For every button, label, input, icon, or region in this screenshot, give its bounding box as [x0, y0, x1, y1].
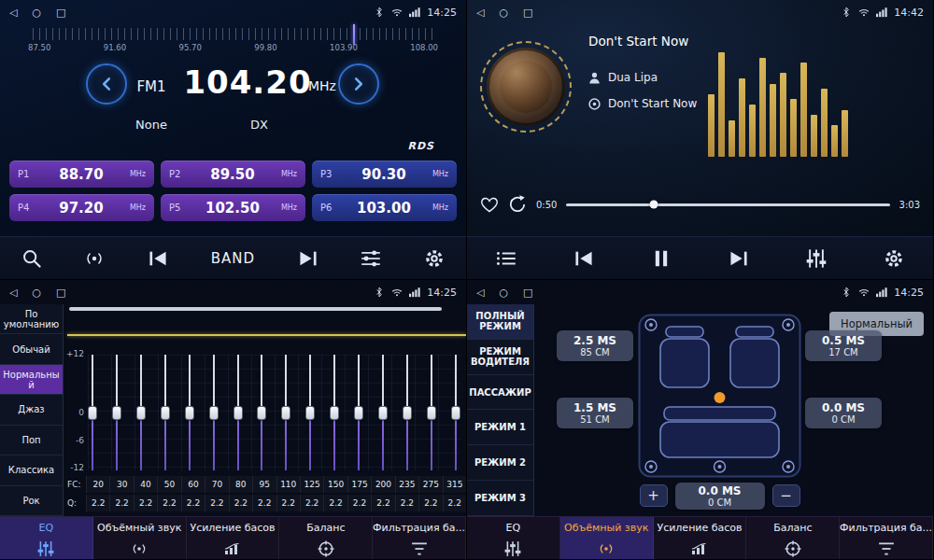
- eq-slider-knob[interactable]: [136, 406, 146, 420]
- eq-slider-knob[interactable]: [234, 406, 243, 420]
- mode-2[interactable]: РЕЖИМ 2: [467, 445, 533, 481]
- nav-home-icon[interactable]: ○: [499, 287, 508, 299]
- eq-slider-knob[interactable]: [112, 406, 121, 420]
- mode-passenger[interactable]: ПАССАЖИР: [467, 375, 533, 411]
- tab-surround[interactable]: Объёмный звук: [560, 517, 654, 538]
- rear-right-delay[interactable]: 0.0 MS 0 CM: [805, 398, 882, 428]
- nav-recents-icon[interactable]: □: [523, 7, 532, 19]
- previous-track-icon[interactable]: [573, 248, 594, 269]
- rear-left-delay[interactable]: 1.5 MS 51 CM: [557, 398, 633, 428]
- center-delay[interactable]: 0.0 MS 0 CM: [675, 483, 765, 510]
- eq-slider-knob[interactable]: [281, 406, 290, 420]
- skip-back-icon[interactable]: [148, 248, 168, 269]
- album-art[interactable]: [480, 41, 572, 133]
- radio-stations-icon[interactable]: [84, 248, 105, 269]
- surround-sound-icon[interactable]: [560, 538, 654, 560]
- playlist-icon[interactable]: [496, 248, 517, 269]
- nav-home-icon[interactable]: ○: [499, 7, 508, 19]
- eq-band-slider[interactable]: [209, 355, 219, 470]
- gear-icon[interactable]: [884, 248, 904, 269]
- eq-band-slider[interactable]: [378, 355, 388, 470]
- tab-balance[interactable]: Баланс: [746, 517, 840, 538]
- eq-band-slider[interactable]: [257, 355, 266, 470]
- surround-sound-icon[interactable]: [93, 538, 187, 560]
- eq-preset-classic[interactable]: Классика: [0, 455, 63, 485]
- balance-target-icon[interactable]: [746, 538, 840, 560]
- eq-band-slider[interactable]: [403, 355, 412, 470]
- eq-band-slider[interactable]: [88, 355, 97, 470]
- nav-back-icon[interactable]: ◁: [476, 7, 484, 19]
- tab-eq[interactable]: EQ: [467, 517, 560, 538]
- bass-boost-icon[interactable]: [187, 538, 280, 560]
- mode-3[interactable]: РЕЖИМ 3: [467, 481, 533, 516]
- eq-slider-knob[interactable]: [451, 406, 460, 420]
- eq-slider-knob[interactable]: [305, 406, 315, 420]
- eq-slider-knob[interactable]: [161, 406, 170, 420]
- eq-slider-knob[interactable]: [378, 406, 388, 420]
- tab-surround[interactable]: Объёмный звук: [93, 517, 187, 538]
- mode-full[interactable]: ПОЛНЫЙ РЕЖИМ: [467, 304, 533, 340]
- preset-button-5[interactable]: P5 102.50 MHz: [161, 194, 305, 221]
- dx-mode-label[interactable]: DX: [250, 118, 268, 132]
- tab-filter[interactable]: Фильтрация ба...: [840, 517, 933, 538]
- nav-recents-icon[interactable]: □: [56, 287, 65, 299]
- mode-1[interactable]: РЕЖИМ 1: [467, 410, 533, 445]
- seek-bar[interactable]: [566, 203, 889, 206]
- eq-preset-pop[interactable]: Поп: [0, 426, 63, 455]
- eq-slider-knob[interactable]: [403, 406, 412, 420]
- front-left-delay[interactable]: 2.5 MS 85 CM: [557, 330, 633, 361]
- eq-preset-jazz[interactable]: Джаз: [0, 395, 63, 425]
- preset-button-4[interactable]: P4 97.20 MHz: [9, 194, 154, 221]
- eq-slider-knob[interactable]: [257, 406, 266, 420]
- eq-slider-knob[interactable]: [354, 406, 363, 420]
- preset-button-6[interactable]: P6 103.00 MHz: [312, 194, 457, 221]
- tab-eq[interactable]: EQ: [0, 517, 93, 538]
- gear-icon[interactable]: [424, 248, 445, 269]
- nav-recents-icon[interactable]: □: [56, 7, 65, 19]
- eq-sliders-icon[interactable]: [467, 538, 560, 560]
- favorite-icon[interactable]: [480, 195, 499, 214]
- seek-scan-icon[interactable]: [21, 248, 42, 269]
- front-right-delay[interactable]: 0.5 MS 17 CM: [805, 330, 882, 361]
- eq-band-slider[interactable]: [354, 355, 363, 470]
- eq-preset-normal[interactable]: Нормальный: [0, 365, 63, 395]
- mode-driver[interactable]: РЕЖИМ ВОДИТЕЛЯ: [467, 340, 533, 375]
- eq-slider-knob[interactable]: [88, 406, 97, 420]
- eq-preset-custom[interactable]: Обычай: [0, 334, 63, 364]
- preset-button-1[interactable]: P1 88.70 MHz: [9, 161, 154, 188]
- seek-knob[interactable]: [649, 201, 658, 209]
- eq-band-slider[interactable]: [112, 355, 121, 470]
- crossover-filter-icon[interactable]: [373, 538, 466, 560]
- eq-slider-knob[interactable]: [185, 406, 194, 420]
- eq-band-slider[interactable]: [136, 355, 146, 470]
- balance-target-icon[interactable]: [279, 538, 373, 560]
- eq-band-slider[interactable]: [161, 355, 170, 470]
- tab-filter[interactable]: Фильтрация ба...: [373, 517, 466, 538]
- nav-back-icon[interactable]: ◁: [476, 287, 484, 299]
- eq-band-slider[interactable]: [281, 355, 290, 470]
- tune-up-button[interactable]: [338, 63, 379, 105]
- eq-preset-default[interactable]: По умолчанию: [0, 304, 63, 334]
- nav-home-icon[interactable]: ○: [32, 287, 41, 299]
- eq-band-slider[interactable]: [427, 355, 436, 470]
- eq-sliders-icon[interactable]: [0, 538, 93, 560]
- audio-settings-icon[interactable]: [361, 248, 381, 269]
- crossover-filter-icon[interactable]: [840, 538, 933, 560]
- equalizer-icon[interactable]: [806, 248, 827, 269]
- tab-bass-boost[interactable]: Усиление басов: [654, 517, 747, 538]
- delay-increase-button[interactable]: +: [640, 484, 668, 507]
- bass-boost-icon[interactable]: [654, 538, 747, 560]
- next-track-icon[interactable]: [729, 248, 749, 269]
- nav-back-icon[interactable]: ◁: [9, 7, 17, 19]
- repeat-icon[interactable]: [508, 195, 527, 214]
- eq-band-slider[interactable]: [234, 355, 243, 470]
- scroll-indicator[interactable]: [69, 307, 442, 311]
- nav-home-icon[interactable]: ○: [32, 7, 41, 19]
- eq-slider-knob[interactable]: [209, 406, 219, 420]
- nav-recents-icon[interactable]: □: [523, 287, 532, 299]
- eq-band-slider[interactable]: [185, 355, 194, 470]
- tab-balance[interactable]: Баланс: [279, 517, 373, 538]
- car-cabin-diagram[interactable]: [638, 314, 801, 478]
- eq-band-slider[interactable]: [451, 355, 460, 470]
- eq-band-slider[interactable]: [330, 355, 339, 470]
